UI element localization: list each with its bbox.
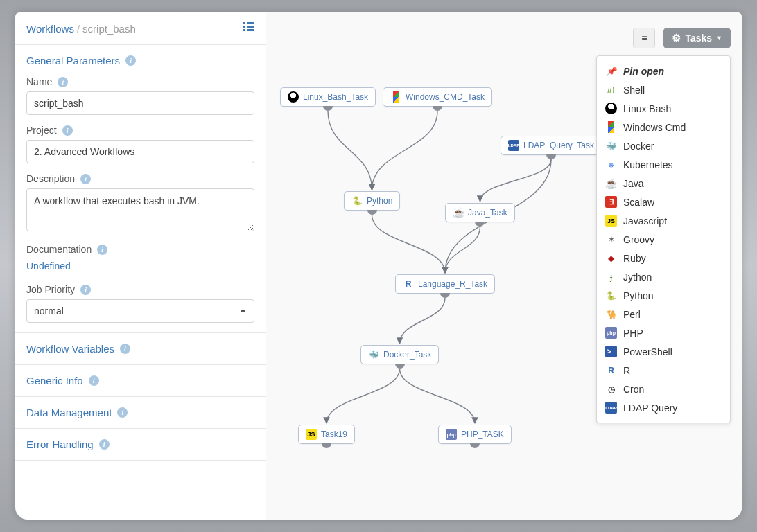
palette-item-label: Kubernetes xyxy=(623,159,673,170)
workflow-edge xyxy=(327,369,400,423)
workflow-node-linux[interactable]: Linux_Bash_Task xyxy=(280,87,376,107)
label-name: Name i xyxy=(26,76,254,87)
palette-item[interactable]: ✶Groovy xyxy=(597,230,730,249)
palette-item-label: PHP xyxy=(623,328,643,339)
groovy-icon: ✶ xyxy=(605,233,617,245)
docker-icon: 🐳 xyxy=(605,140,617,152)
section-title: Workflow Variables xyxy=(26,343,114,355)
section-title: Data Management xyxy=(26,407,112,418)
palette-item-label: Jython xyxy=(623,272,652,283)
canvas-toolbar: ≡ ⚙ Tasks ▼ xyxy=(633,28,731,48)
label-documentation: Documentation i xyxy=(26,244,254,255)
project-field[interactable] xyxy=(26,140,254,163)
palette-item[interactable]: RR xyxy=(597,361,730,380)
palette-item[interactable]: Linux Bash xyxy=(597,99,730,118)
palette-item-label: Docker xyxy=(623,141,654,152)
ruby-icon: ◆ xyxy=(605,252,617,264)
palette-item-label: Windows Cmd xyxy=(623,122,686,133)
label-job-priority: Job Priority i xyxy=(26,284,254,295)
palette-item[interactable]: JSJavascript xyxy=(597,211,730,230)
label-project: Project i xyxy=(26,125,254,136)
info-icon[interactable]: i xyxy=(58,77,68,87)
documentation-link[interactable]: Undefined xyxy=(26,259,254,274)
palette-item[interactable]: LDAPLDAP Query xyxy=(597,398,730,417)
section-header[interactable]: Workflow Variablesi xyxy=(26,343,254,355)
palette-item[interactable]: 🐪Perl xyxy=(597,305,730,323)
javascript-icon: JS xyxy=(605,215,617,227)
name-field[interactable] xyxy=(26,91,254,115)
r-icon: R xyxy=(605,364,617,376)
breadcrumb-sep: / xyxy=(77,23,80,35)
node-label: Windows_CMD_Task xyxy=(406,92,485,102)
java-icon: ☕ xyxy=(605,177,617,189)
workflow-edge xyxy=(400,298,446,344)
workflow-node-php[interactable]: phpPHP_TASK xyxy=(438,425,512,444)
palette-item[interactable]: 🐍Python xyxy=(597,286,730,305)
info-icon[interactable]: i xyxy=(125,55,136,66)
job-priority-select[interactable]: normal xyxy=(26,299,254,323)
svg-rect-4 xyxy=(243,29,245,31)
workflow-node-ldap[interactable]: LDAPLDAP_Query_Task xyxy=(501,136,602,155)
perl-icon: 🐪 xyxy=(605,308,617,320)
section-header[interactable]: Data Managementi xyxy=(26,407,254,418)
section-header[interactable]: Error Handlingi xyxy=(26,438,254,450)
task-palette: 📌Pin open#!ShellLinux BashWindows Cmd🐳Do… xyxy=(596,55,731,423)
palette-item[interactable]: ⎈Kubernetes xyxy=(597,155,730,174)
workflow-node-js[interactable]: JSTask19 xyxy=(298,425,355,444)
palette-item[interactable]: ◷Cron xyxy=(597,380,730,398)
workflow-node-r[interactable]: RLanguage_R_Task xyxy=(395,274,495,294)
section-header[interactable]: Generic Infoi xyxy=(26,375,254,387)
info-icon[interactable]: i xyxy=(99,439,110,450)
tasks-dropdown-button[interactable]: ⚙ Tasks ▼ xyxy=(663,28,731,48)
info-icon[interactable]: i xyxy=(117,407,128,418)
align-button[interactable]: ≡ xyxy=(633,28,655,48)
section-collapsed: Generic Infoi xyxy=(15,365,266,397)
palette-item-label: Groovy xyxy=(623,234,654,245)
workflow-node-python[interactable]: 🐍Python xyxy=(344,191,400,211)
palette-item[interactable]: ☕Java xyxy=(597,174,730,193)
breadcrumb-root[interactable]: Workflows xyxy=(26,23,74,35)
info-icon[interactable]: i xyxy=(80,285,91,295)
node-icon: ☕ xyxy=(453,207,464,218)
align-icon: ≡ xyxy=(641,33,647,44)
palette-item[interactable]: Windows Cmd xyxy=(597,118,730,136)
node-icon: 🐳 xyxy=(368,349,379,360)
node-icon: LDAP xyxy=(508,140,519,151)
node-label: Python xyxy=(367,196,392,206)
node-icon xyxy=(288,91,299,103)
palette-item[interactable]: ◆Ruby xyxy=(597,249,730,267)
section-title: Generic Info xyxy=(26,375,83,387)
list-view-icon[interactable] xyxy=(243,22,254,35)
svg-rect-0 xyxy=(243,22,245,24)
info-icon[interactable]: i xyxy=(120,344,130,354)
info-icon[interactable]: i xyxy=(62,125,73,136)
workflow-node-java[interactable]: ☕Java_Task xyxy=(445,203,515,222)
section-title: General Parameters xyxy=(26,55,120,66)
palette-item[interactable]: ∃Scalaw xyxy=(597,193,730,211)
palette-item-label: Shell xyxy=(623,85,645,96)
palette-item[interactable]: phpPHP xyxy=(597,323,730,342)
palette-item[interactable]: ɉJython xyxy=(597,267,730,286)
workflow-canvas-area: ≡ ⚙ Tasks ▼ 📌Pin open#!ShellLinux BashWi… xyxy=(266,12,742,520)
node-label: Task19 xyxy=(321,429,347,439)
description-field[interactable]: A workflow that executes bash in JVM. xyxy=(26,188,254,231)
workflow-edge xyxy=(445,227,480,273)
info-icon[interactable]: i xyxy=(80,174,91,184)
palette-pin-open[interactable]: 📌Pin open xyxy=(597,62,730,80)
palette-item-label: Perl xyxy=(623,309,641,320)
palette-item[interactable]: >_PowerShell xyxy=(597,342,730,361)
palette-item[interactable]: 🐳Docker xyxy=(597,136,730,155)
workflow-edge xyxy=(480,159,552,202)
workflow-node-docker[interactable]: 🐳Docker_Task xyxy=(360,345,439,364)
section-header-general[interactable]: General Parameters i xyxy=(26,55,254,66)
palette-item-label: R xyxy=(623,365,630,376)
info-icon[interactable]: i xyxy=(97,245,107,255)
jython-icon: ɉ xyxy=(605,271,617,283)
info-icon[interactable]: i xyxy=(89,375,99,386)
workflow-node-win[interactable]: Windows_CMD_Task xyxy=(383,87,492,107)
ldap query-icon: LDAP xyxy=(605,402,617,414)
palette-item[interactable]: #!Shell xyxy=(597,80,730,99)
palette-item-label: PowerShell xyxy=(623,346,672,357)
palette-item-label: Scalaw xyxy=(623,197,654,208)
node-icon: php xyxy=(446,429,457,440)
